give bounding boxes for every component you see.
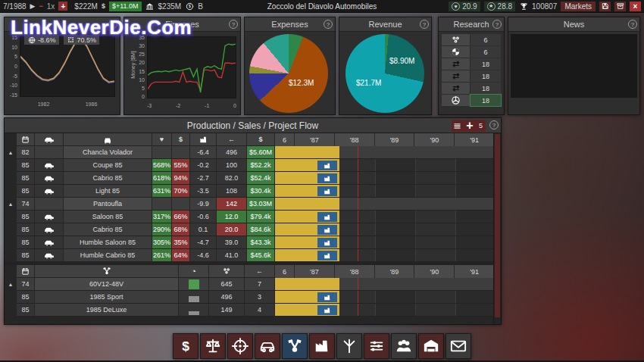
research-value: 18 [470, 58, 501, 70]
garage-icon [423, 338, 439, 354]
price-column-header[interactable]: $ [172, 133, 190, 146]
year-label[interactable]: '91 [455, 265, 495, 278]
toolbar-money-button[interactable]: $ [173, 333, 199, 359]
vehicle-row[interactable]: 85Light 85631%70%-3.5108$30.4k [5, 185, 495, 198]
toolbar-scales-button[interactable] [200, 333, 226, 359]
vehicle-row[interactable]: 85Coupe 85568%55%-0.2100$52.2k [5, 159, 495, 172]
toolbar-car-button[interactable] [255, 333, 280, 359]
year-label[interactable]: '88 [335, 133, 375, 146]
research-value: 18 [470, 95, 501, 106]
play-icon[interactable]: ▶ [30, 3, 36, 10]
vehicle-row[interactable]: ▲74Pantoufla-9.9142$3.03M [5, 198, 495, 211]
year-label[interactable]: '88 [335, 265, 375, 278]
current-date-line [358, 185, 358, 197]
year-label[interactable]: '91 [455, 133, 495, 146]
toolbar-mail-button[interactable] [445, 333, 471, 359]
year-label[interactable]: '87 [295, 265, 335, 278]
engine-row[interactable]: 851985 Sport4963 [5, 291, 495, 304]
series-orange [20, 39, 114, 83]
news-list[interactable] [511, 34, 637, 98]
toolbar-target-button[interactable] [227, 333, 253, 359]
year-column-header[interactable] [17, 265, 35, 278]
research-row[interactable]: ⇄18 [442, 70, 501, 82]
year-label[interactable]: '87 [295, 133, 335, 146]
year-label[interactable]: '89 [375, 265, 415, 278]
factory-badge[interactable] [317, 173, 337, 183]
body-type-column-header[interactable] [35, 133, 64, 146]
markets-button[interactable]: Markets [561, 2, 596, 11]
year-label[interactable]: 6 [275, 133, 295, 146]
toolbar-factory-button[interactable] [309, 333, 335, 359]
globe-icon [27, 36, 36, 44]
speed-down-icon[interactable]: − [39, 3, 43, 10]
add-project-button[interactable]: + [464, 120, 476, 132]
row-expander[interactable]: ▲ [5, 146, 17, 159]
gantt-cell [275, 198, 495, 211]
year-label[interactable]: '89 [375, 133, 415, 146]
close-icon[interactable]: × [630, 2, 641, 11]
y-tick: 15 [134, 69, 145, 74]
research-value: 18 [470, 70, 501, 82]
help-icon[interactable]: ? [420, 20, 429, 29]
research-row[interactable]: ⇄18 [442, 83, 501, 94]
gantt-production-bar [275, 198, 339, 210]
vehicle-row[interactable]: ▲82Chancla Volador-6.4496$5.60M [5, 146, 495, 159]
vehicle-row[interactable]: 85Humble Cabrio 85261%64%-4.641.0$45.6k [5, 249, 495, 262]
year-label[interactable]: 6 [275, 265, 295, 278]
revenue-column-header[interactable]: $ [247, 133, 275, 146]
save-icon[interactable] [599, 2, 611, 11]
factory-badge[interactable] [317, 225, 337, 235]
rating-bar-fill [189, 279, 199, 289]
toolbar-branch-button[interactable] [336, 333, 362, 359]
speed-up-icon[interactable]: + [58, 2, 67, 11]
year-column-header[interactable] [17, 133, 35, 146]
year-label[interactable]: '90 [414, 265, 455, 278]
help-icon[interactable]: ? [489, 120, 499, 130]
help-icon[interactable]: ? [108, 20, 117, 29]
help-icon[interactable]: ? [324, 20, 333, 29]
help-icon[interactable]: ? [628, 20, 637, 29]
stock-column-header[interactable]: ← [217, 133, 247, 146]
year-label[interactable]: '90 [414, 133, 455, 146]
load-icon[interactable] [614, 2, 626, 11]
factory-badge[interactable] [317, 212, 337, 222]
research-row[interactable]: 6 [442, 46, 501, 58]
units-column-header[interactable] [209, 265, 245, 278]
engine-row[interactable]: ▲7460V12-48V6457 [5, 278, 495, 291]
current-date-line [358, 159, 358, 171]
factory-badge[interactable] [317, 305, 337, 315]
row-expander[interactable]: ▲ [5, 278, 17, 291]
research-row[interactable]: 6 [442, 34, 501, 45]
model-name-column-header[interactable] [64, 133, 152, 146]
help-icon[interactable]: ? [492, 20, 502, 29]
stock-column-header[interactable]: ← [245, 265, 275, 278]
heart-circle-icon: ♥ [452, 2, 460, 11]
vertical-scrollbar[interactable] [493, 133, 501, 324]
toolbar-garage-button[interactable] [418, 333, 444, 359]
row-expander[interactable]: ▲ [5, 198, 17, 211]
research-row[interactable]: ⇄18 [442, 58, 501, 70]
factory-badge[interactable] [317, 292, 337, 302]
factory-badge[interactable] [317, 238, 337, 248]
credit-rating: B [198, 2, 203, 11]
toolbar-people-button[interactable] [391, 333, 417, 359]
toolbar-engine-button[interactable] [282, 333, 308, 359]
toolbar-sliders-button[interactable] [364, 333, 389, 359]
factory-column-header[interactable] [190, 133, 217, 146]
engine-row[interactable]: 851985 DeLuxe1494 [5, 304, 495, 317]
research-row[interactable]: 18 [442, 95, 501, 106]
factory-badge[interactable] [317, 251, 337, 261]
factory-badge[interactable] [317, 186, 337, 196]
vehicle-row[interactable]: 85Cabrio 85618%94%-2.782.0$52.4k [5, 172, 495, 185]
engine-name-column-header[interactable] [35, 265, 179, 278]
factory-badge[interactable] [317, 161, 337, 170]
list-icon[interactable] [452, 120, 464, 132]
price-rating-value: 64% [172, 249, 190, 262]
vehicle-row[interactable]: 85Saloon 85317%66%-0.612.0$79.4k [5, 211, 495, 223]
help-icon[interactable]: ? [229, 20, 238, 29]
rating-column-header[interactable]: ◔ [179, 265, 209, 278]
vehicle-row[interactable]: 85Cabrio 85290%68%0.120.0$84.6k [5, 223, 495, 236]
vehicle-row[interactable]: 85Humble Saloon 85305%35%-4.739.0$43.3k [5, 236, 495, 249]
scrollbar-thumb[interactable] [495, 134, 500, 317]
popularity-column-header[interactable]: ♥ [152, 133, 172, 146]
